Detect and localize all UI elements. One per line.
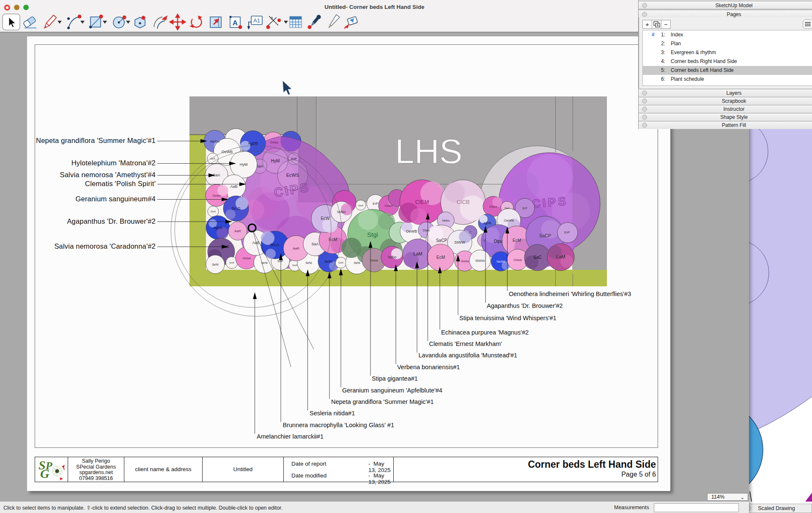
svg-text:Lavandula angustifolia 'Munste: Lavandula angustifolia 'Munstead'#1	[419, 352, 518, 359]
svg-text:Echinacea purpurea 'Magnus'#2: Echinacea purpurea 'Magnus'#2	[441, 329, 529, 336]
svg-text:Nepeta grandiflora 'Summer Mag: Nepeta grandiflora 'Summer Magic'#1	[331, 398, 434, 405]
svg-text:Stipa tenuissima 'Wind Whisper: Stipa tenuissima 'Wind Whispers'#1	[459, 315, 557, 321]
svg-text:Amelanchier lamarckii#1: Amelanchier lamarckii#1	[257, 433, 324, 440]
svg-text:Geranium sanguineum 'Apfelblut: Geranium sanguineum 'Apfelblute'#4	[342, 387, 442, 394]
svg-text:Nepeta grandiflora 'Summer Mag: Nepeta grandiflora 'Summer Magic'#1	[36, 137, 156, 144]
svg-text:Oenothera lindheimeri 'Whirlin: Oenothera lindheimeri 'Whirling Butterfl…	[509, 291, 631, 297]
svg-text:Clematis 'Ernest Markham': Clematis 'Ernest Markham'	[429, 340, 502, 347]
svg-text:Brunnera macrophylla 'Looking: Brunnera macrophylla 'Looking Glass' #1	[283, 422, 394, 428]
svg-text:Sesleria nitida#1: Sesleria nitida#1	[310, 410, 355, 417]
svg-text:Salvia nemorosa 'Amethyst'#4: Salvia nemorosa 'Amethyst'#4	[60, 171, 156, 178]
svg-text:Hylotelephium 'Matrona'#2: Hylotelephium 'Matrona'#2	[71, 159, 156, 167]
svg-text:Agapanthus 'Dr. Brouwer'#2: Agapanthus 'Dr. Brouwer'#2	[487, 302, 563, 309]
svg-text:Verbena bonariensis#1: Verbena bonariensis#1	[397, 364, 460, 370]
svg-text:Clematis 'Polish Spirit': Clematis 'Polish Spirit'	[85, 180, 156, 187]
svg-text:Salvia nemorosa 'Caradonna'#2: Salvia nemorosa 'Caradonna'#2	[54, 242, 156, 250]
svg-text:Stipa gigantea#1: Stipa gigantea#1	[372, 375, 418, 382]
svg-text:Geranium sanguineum#4: Geranium sanguineum#4	[76, 195, 156, 203]
svg-text:Agapanthus 'Dr. Brouwer'#2: Agapanthus 'Dr. Brouwer'#2	[67, 217, 156, 225]
